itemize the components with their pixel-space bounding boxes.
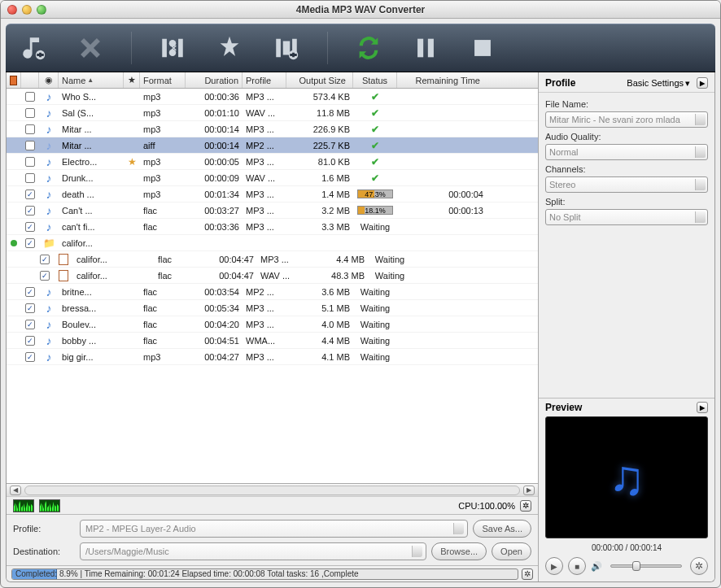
- preview-time: 00:00:00 / 00:00:14: [539, 542, 714, 554]
- add-clip-button[interactable]: [270, 32, 303, 64]
- table-row[interactable]: ♪Drunk...mp300:00:09WAV ...1.6 MB✔: [7, 170, 538, 186]
- cell-name: Drunk...: [59, 170, 124, 185]
- row-checkbox[interactable]: ✓: [25, 352, 35, 362]
- col-duration[interactable]: Duration: [186, 72, 243, 88]
- music-icon: ♪: [46, 220, 52, 233]
- table-row[interactable]: ✓♪Can't ...flac00:03:27MP3 ...3.2 MB18.1…: [7, 203, 538, 219]
- cell-name: Electro...: [59, 154, 124, 169]
- row-checkbox[interactable]: [25, 141, 35, 150]
- audio-quality-input[interactable]: Normal: [545, 144, 708, 160]
- cpu-label: CPU:100.00%: [458, 501, 515, 511]
- table-row[interactable]: ♪Sal (S...mp300:01:10WAV ...11.8 MB✔: [7, 105, 538, 121]
- clip-button[interactable]: [156, 32, 189, 64]
- col-name[interactable]: Name▲: [59, 72, 124, 88]
- row-checkbox[interactable]: [25, 157, 35, 167]
- settings-combo[interactable]: Basic Settings▾: [627, 78, 690, 89]
- music-icon: ♪: [46, 123, 52, 136]
- cell-name: death ...: [59, 186, 124, 202]
- row-checkbox[interactable]: ✓: [25, 206, 35, 216]
- cell-name: Boulev...: [59, 316, 124, 332]
- row-checkbox[interactable]: ✓: [25, 320, 35, 329]
- split-input[interactable]: No Split: [545, 209, 708, 225]
- snapshot-button[interactable]: ✲: [690, 557, 708, 575]
- table-row[interactable]: ✓♪Boulev...flac00:04:20MP3 ...4.0 MBWait…: [7, 316, 538, 333]
- table-row[interactable]: ✓♪bressa...flac00:05:34MP3 ...5.1 MBWait…: [7, 300, 538, 316]
- col-output-size[interactable]: Output Size: [286, 72, 353, 88]
- row-checkbox[interactable]: [25, 92, 35, 102]
- row-checkbox[interactable]: ✓: [25, 222, 35, 232]
- status-settings-button[interactable]: ✲: [522, 568, 533, 580]
- folder-icon: 📁: [43, 237, 55, 249]
- cpu-row: CPU:100.00% ✲: [7, 496, 538, 514]
- convert-button[interactable]: [352, 32, 385, 64]
- music-note-icon: ♫: [609, 450, 645, 506]
- svg-point-2: [169, 49, 177, 56]
- volume-slider[interactable]: [610, 564, 682, 568]
- row-checkbox[interactable]: ✓: [25, 303, 35, 313]
- svg-rect-4: [417, 39, 423, 58]
- table-header: ◉ Name▲ ★ Format Duration Profile Output…: [7, 72, 538, 89]
- play-button[interactable]: ▶: [545, 557, 563, 575]
- check-icon: ✔: [371, 124, 379, 135]
- pause-button[interactable]: [409, 32, 442, 64]
- col-remaining[interactable]: Remaining Time: [397, 72, 487, 88]
- playing-icon: [11, 240, 17, 246]
- row-checkbox[interactable]: ✓: [40, 271, 50, 281]
- file-name-input[interactable]: Mitar Miric - Ne svani zoro mlada: [545, 111, 708, 128]
- scroll-right-icon[interactable]: ▶: [523, 486, 535, 495]
- browse-button[interactable]: Browse...: [431, 542, 487, 560]
- cell-name: britne...: [59, 284, 124, 299]
- destination-label: Destination:: [13, 547, 75, 556]
- col-format[interactable]: Format: [140, 72, 186, 88]
- row-checkbox[interactable]: ✓: [25, 287, 35, 297]
- channels-label: Channels:: [545, 164, 708, 174]
- channels-input[interactable]: Stereo: [545, 176, 708, 193]
- row-checkbox[interactable]: ✓: [25, 189, 35, 199]
- profile-combo[interactable]: MP2 - MPEG Layer-2 Audio: [80, 520, 468, 538]
- cell-name: Mitar ...: [59, 121, 124, 137]
- status-text: Completed: 8.9% | Time Remaining: 00:01:…: [12, 569, 518, 579]
- table-row[interactable]: ♪Mitar ...mp300:00:14MP3 ...226.9 KB✔: [7, 121, 538, 137]
- scroll-left-icon[interactable]: ◀: [10, 486, 21, 495]
- cell-name: bressa...: [59, 300, 124, 316]
- cell-name: can't fi...: [59, 219, 124, 234]
- sidebar-expand-icon[interactable]: ▶: [697, 77, 708, 89]
- table-row[interactable]: ♪Mitar ...aiff00:00:14MP2 ...225.7 KB✔: [7, 137, 538, 154]
- col-star[interactable]: ★: [124, 72, 140, 88]
- table-row[interactable]: ♪Who S...mp300:00:36MP3 ...573.4 KB✔: [7, 89, 538, 105]
- music-icon: ♪: [46, 351, 52, 364]
- delete-button[interactable]: [74, 32, 107, 64]
- add-file-button[interactable]: [17, 32, 50, 64]
- table-row[interactable]: ✓♪britne...flac00:03:54MP2 ...3.6 MBWait…: [7, 284, 538, 300]
- table-row[interactable]: ♪Electro...★mp300:00:05MP3 ...81.0 KB✔: [7, 154, 538, 170]
- col-status[interactable]: Status: [353, 72, 397, 88]
- table-row[interactable]: ✓♪big gir...mp300:04:27MP3 ...4.1 MBWait…: [7, 349, 538, 365]
- row-checkbox[interactable]: ✓: [25, 336, 35, 346]
- destination-combo[interactable]: /Users/Maggie/Music: [80, 542, 426, 560]
- music-icon: ♪: [46, 318, 52, 331]
- table-row[interactable]: ✓♪bobby ...flac00:04:51WMA...4.4 MBWaiti…: [7, 333, 538, 349]
- save-as-button[interactable]: Save As...: [473, 520, 531, 538]
- effects-button[interactable]: [213, 32, 246, 64]
- table-row[interactable]: ✓📁califor...: [7, 235, 538, 251]
- music-icon: ♪: [46, 172, 52, 185]
- col-profile[interactable]: Profile: [243, 72, 286, 88]
- table-row[interactable]: ✓califor...flac00:04:47MP3 ...4.4 MBWait…: [7, 251, 538, 268]
- table-row[interactable]: ✓califor...flac00:04:47WAV ...48.3 MBWai…: [7, 268, 538, 284]
- waveform-icon: [39, 499, 60, 512]
- row-checkbox[interactable]: ✓: [25, 238, 35, 248]
- row-checkbox[interactable]: [25, 173, 35, 183]
- stop-preview-button[interactable]: ■: [568, 557, 586, 575]
- preview-expand-icon[interactable]: ▶: [697, 402, 708, 413]
- table-row[interactable]: ✓♪death ...mp300:01:34MP3 ...1.4 MB47.3%…: [7, 186, 538, 203]
- row-checkbox[interactable]: [25, 124, 35, 134]
- table-row[interactable]: ✓♪can't fi...flac00:03:36MP3 ...3.3 MBWa…: [7, 219, 538, 235]
- stop-button[interactable]: [466, 32, 499, 64]
- select-all-icon[interactable]: [10, 76, 17, 85]
- row-checkbox[interactable]: ✓: [40, 255, 50, 264]
- cpu-settings-button[interactable]: ✲: [520, 500, 531, 512]
- file-name-label: File Name:: [545, 99, 708, 109]
- horizontal-scrollbar[interactable]: ◀ ▶: [7, 483, 538, 496]
- row-checkbox[interactable]: [25, 108, 35, 118]
- open-button[interactable]: Open: [492, 542, 531, 560]
